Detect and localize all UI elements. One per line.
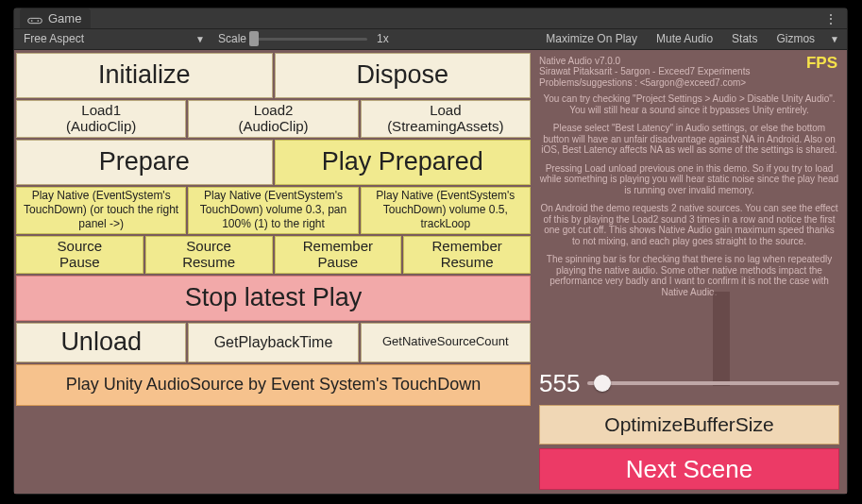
app-title: Native Audio v7.0.0 (539, 56, 839, 67)
game-view: Initialize Dispose Load1 (AudioClip) Loa… (14, 50, 847, 495)
remember-pause-button[interactable]: Remember Pause (275, 236, 402, 274)
game-toolbar: Free Aspect ▼ Scale 1x Maximize On Play … (14, 29, 847, 50)
stop-latest-play-button[interactable]: Stop latest Play (16, 276, 531, 321)
get-native-source-count-button[interactable]: GetNativeSourceCount (361, 323, 531, 362)
window-tabbar: Game ⋮ (14, 8, 847, 29)
load2-audioclip-button[interactable]: Load2 (AudioClip) (188, 100, 358, 138)
dispose-button[interactable]: Dispose (275, 53, 532, 98)
maximize-on-play-button[interactable]: Maximize On Play (540, 30, 643, 47)
svg-rect-0 (28, 18, 42, 23)
optimize-buffer-size-button[interactable]: OptimizeBufferSize (539, 405, 839, 445)
value-slider-row: 555 (539, 365, 839, 401)
info-p3: Pressing Load unload previous one in thi… (539, 163, 839, 196)
scale-value: 1x (377, 32, 389, 45)
prepare-button[interactable]: Prepare (16, 140, 273, 185)
slider-thumb (594, 375, 611, 392)
load1-audioclip-button[interactable]: Load1 (AudioClip) (16, 100, 186, 138)
tab-game[interactable]: Game (20, 8, 91, 28)
svg-point-2 (37, 20, 39, 22)
info-text: Native Audio v7.0.0 Sirawat Pitaksarit -… (539, 56, 839, 306)
info-p5: The spinning bar is for checking that th… (539, 254, 839, 297)
chevron-down-icon[interactable]: ▼ (828, 34, 841, 44)
scale-thumb (249, 31, 259, 46)
scale-label: Scale (218, 32, 246, 45)
tab-label: Game (48, 11, 81, 25)
scale-slider[interactable] (254, 31, 367, 46)
fps-label: FPS (806, 54, 837, 73)
info-p4: On Android the demo requests 2 native so… (539, 203, 839, 246)
load-streamingassets-button[interactable]: Load (StreamingAssets) (361, 100, 531, 138)
play-unity-audiosource-button[interactable]: Play Unity AudioSource by Event System's… (16, 364, 531, 406)
next-scene-button[interactable]: Next Scene (539, 448, 839, 490)
play-native-vol03-button[interactable]: Play Native (EventSystem's TouchDown) vo… (188, 187, 358, 234)
get-playback-time-button[interactable]: GetPlaybackTime (188, 323, 358, 362)
right-info-panel[interactable]: FPS Native Audio v7.0.0 Sirawat Pitaksar… (532, 50, 847, 495)
window-menu-icon[interactable]: ⋮ (820, 12, 841, 25)
scale-track (254, 38, 367, 41)
info-p1: You can try checking "Project Settings >… (539, 93, 839, 115)
app-contact: Problems/suggestions : <5argon@exceed7.c… (539, 77, 839, 89)
game-window: Game ⋮ Free Aspect ▼ Scale 1x Maximize O… (13, 8, 848, 495)
source-resume-button[interactable]: Source Resume (145, 236, 273, 274)
slider-track (587, 381, 839, 385)
initialize-button[interactable]: Initialize (16, 53, 273, 98)
spin-bar-area (539, 311, 839, 361)
chevron-down-icon: ▼ (195, 34, 205, 44)
spin-bar (713, 292, 730, 386)
aspect-value: Free Aspect (24, 32, 84, 45)
value-slider[interactable] (587, 374, 839, 393)
stats-button[interactable]: Stats (726, 30, 763, 47)
play-native-touchdown-button[interactable]: Play Native (EventSystem's TouchDown) (o… (16, 187, 186, 234)
gamepad-icon (27, 14, 42, 24)
slider-value: 555 (539, 369, 580, 398)
source-pause-button[interactable]: Source Pause (16, 236, 144, 274)
left-button-panel: Initialize Dispose Load1 (AudioClip) Loa… (14, 50, 532, 495)
app-author: Sirawat Pitaksarit - 5argon - Exceed7 Ex… (539, 66, 839, 77)
play-native-vol05-loop-button[interactable]: Play Native (EventSystem's TouchDown) vo… (361, 187, 531, 234)
mute-audio-button[interactable]: Mute Audio (651, 30, 718, 47)
unload-button[interactable]: Unload (16, 323, 186, 362)
play-prepared-button[interactable]: Play Prepared (275, 140, 532, 185)
svg-point-1 (31, 20, 33, 22)
remember-resume-button[interactable]: Remember Resume (403, 236, 531, 274)
gizmos-button[interactable]: Gizmos (770, 30, 820, 47)
info-p2: Please select "Best Latency" in Audio se… (539, 123, 839, 156)
aspect-dropdown[interactable]: Free Aspect ▼ (20, 30, 209, 47)
